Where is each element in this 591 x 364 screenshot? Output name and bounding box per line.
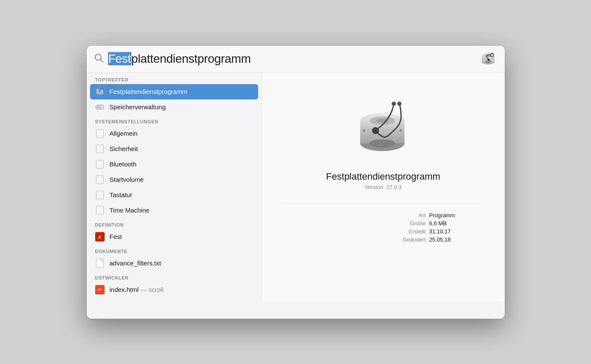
right-panel: Festplattendienstprogramm Version: 17.0.… [262,73,505,302]
svg-point-6 [485,61,492,63]
result-festplattendienstprogramm[interactable]: Festplattendienstprogramm [90,84,258,99]
search-icon [94,53,104,65]
timemachine-icon [95,206,105,215]
erstellt-label: Erstellt [396,228,426,235]
svg-point-47 [375,129,377,131]
spotlight-window: Festplattendienstprogramm [87,46,505,319]
fest-icon: A [95,232,105,242]
bluetooth-label: Bluetooth [110,160,137,168]
festplatten-icon [95,87,105,96]
result-sicherheit[interactable]: Sicherheit [87,141,262,157]
svg-rect-20 [99,106,100,108]
section-entwickler-header: ENTWICKLER [87,271,262,282]
result-bluetooth[interactable]: Bluetooth [87,157,262,172]
detail-divider [286,203,480,204]
app-icon-large [349,94,417,163]
result-index-html[interactable]: </> index.html — scroll [87,282,262,297]
svg-point-36 [363,129,365,132]
allgemein-icon [95,129,105,138]
timemachine-label: Time Machine [110,207,150,214]
result-speicherverwaltung[interactable]: Speicherverwaltung [87,99,262,115]
startvolume-label: Startvolume [110,176,144,183]
result-tastatur[interactable]: Tastatur [87,187,262,203]
svg-point-10 [492,53,492,54]
art-label: Art [396,212,426,218]
sicherheit-label: Sicherheit [110,145,138,152]
art-value: Programm [429,212,480,218]
svg-point-16 [99,91,100,92]
result-fest[interactable]: A Fest [87,229,262,245]
index-html-icon: </> [95,285,105,294]
left-panel: TOPTREFFER Festplattendienstprogramm [87,73,262,302]
section-dokumente-header: DOKUMENTE [87,245,262,256]
festplatten-label: Festplattendienstprogramm [110,88,188,95]
svg-point-35 [370,139,395,148]
advance-filters-icon [95,259,105,268]
startvolume-icon [95,175,105,184]
section-systemeinstellungen-header: SYSTEMEINSTELLUNGEN [87,115,262,126]
groesse-label: Größe [396,220,426,227]
sicherheit-icon [95,144,105,154]
geaendert-label: Geändert [396,236,426,243]
groesse-value: 6,6 MB [429,220,480,227]
info-row-groesse: Größe 6,6 MB [286,220,480,227]
speicher-label: Speicherverwaltung [110,103,166,111]
result-startvolume[interactable]: Startvolume [87,172,262,187]
section-definition-header: DEFINITION [87,218,262,229]
search-highlight: Fest [108,52,131,65]
svg-point-8 [487,59,489,61]
detail-app-version: Version: 17.0.3 [365,184,402,190]
result-allgemein[interactable]: Allgemein [87,126,262,141]
svg-line-1 [100,59,103,62]
search-bar: Festplattendienstprogramm [87,46,505,73]
search-input[interactable]: Festplattendienstprogramm [108,52,475,66]
svg-rect-18 [97,106,98,108]
main-content: TOPTREFFER Festplattendienstprogramm [87,73,505,302]
detail-info-table: Art Programm Größe 6,6 MB Erstellt 31.10… [286,212,480,245]
tastatur-label: Tastatur [110,191,132,198]
svg-point-37 [399,129,402,132]
allgemein-label: Allgemein [110,130,138,137]
section-toptreffer-header: TOPTREFFER [87,73,262,84]
tastatur-icon [95,190,105,200]
bluetooth-icon [95,160,105,169]
info-row-art: Art Programm [286,212,480,218]
svg-rect-21 [101,106,102,108]
index-html-label: index.html — scroll [110,286,164,293]
advance-filters-label: advance_filters.txt [110,259,161,267]
result-advance-filters[interactable]: advance_filters.txt [87,256,262,271]
detail-app-name: Festplattendienstprogramm [326,171,440,182]
search-rest: plattendienstprogramm [131,52,251,65]
erstellt-value: 31.10.17 [429,228,480,235]
fest-label: Fest [110,233,122,240]
info-row-geaendert: Geändert 25.05.18 [286,236,480,243]
result-timemachine[interactable]: Time Machine [87,203,262,218]
info-row-erstellt: Erstellt 31.10.17 [286,228,480,235]
result-app-icon-small [479,50,497,68]
svg-rect-19 [98,106,99,108]
geaendert-value: 25.05.18 [429,236,480,243]
speicher-icon [95,102,105,112]
